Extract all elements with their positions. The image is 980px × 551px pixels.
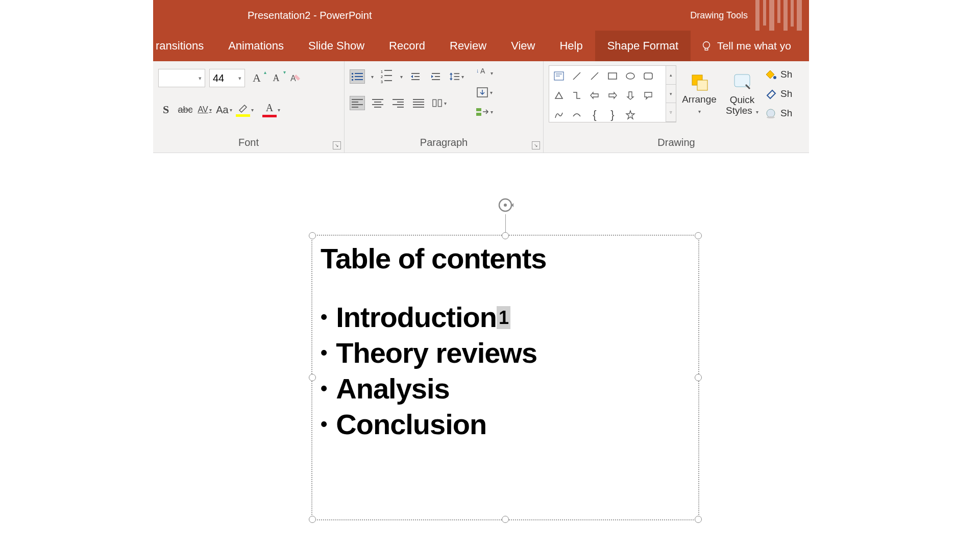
tell-me-search[interactable]: Tell me what yo	[691, 40, 791, 52]
bullets-button[interactable]	[350, 69, 365, 84]
shape-roundrect[interactable]	[640, 67, 657, 85]
arrange-button[interactable]: Arrange▾	[679, 65, 719, 122]
window-title: Presentation2 - PowerPoint	[248, 10, 372, 21]
shape-outline-button[interactable]: Sh	[765, 85, 792, 103]
font-family-dropdown[interactable]: ▾	[158, 69, 205, 87]
slide-canvas[interactable]: Table of contents •Introduction1 •Theory…	[153, 153, 980, 551]
context-tab-label: Drawing Tools	[690, 10, 748, 21]
tab-shape-format[interactable]: Shape Format	[595, 31, 691, 61]
shape-triangle[interactable]	[550, 86, 567, 105]
text-box-selected[interactable]: Table of contents •Introduction1 •Theory…	[311, 235, 699, 520]
align-text-button[interactable]: ▾	[472, 85, 496, 100]
align-left-button[interactable]	[350, 96, 365, 110]
svg-point-42	[504, 204, 507, 207]
svg-line-31	[591, 72, 598, 80]
svg-rect-34	[644, 73, 652, 79]
app-window: Presentation2 - PowerPoint Drawing Tools…	[153, 0, 809, 153]
tab-help[interactable]: Help	[547, 31, 595, 61]
shape-arrow-right[interactable]	[604, 86, 621, 105]
tab-slideshow[interactable]: Slide Show	[296, 31, 377, 61]
shape-callout[interactable]	[640, 86, 657, 105]
shape-effects-button[interactable]: Sh	[765, 104, 792, 122]
font-dialog-launcher[interactable]: ↘	[333, 141, 341, 149]
shape-arrow-left[interactable]	[586, 86, 603, 105]
svg-rect-0	[755, 0, 760, 31]
svg-rect-6	[797, 0, 802, 31]
paragraph-dialog-launcher[interactable]: ↘	[532, 141, 540, 149]
numbering-button[interactable]: 1 2 3	[379, 69, 394, 84]
shape-brace-right[interactable]: }	[604, 106, 621, 124]
shape-freeform[interactable]	[568, 106, 585, 124]
shape-arrow-down[interactable]	[622, 86, 639, 105]
change-case-button[interactable]: Aa▾	[216, 102, 232, 117]
svg-point-39	[767, 109, 775, 117]
ribbon-group-drawing: { } ▴▾▿ Arrange▾ Quick Styles ▾	[544, 61, 809, 153]
ribbon-group-paragraph: ▾ 1 2 3 ▾ ▾	[345, 61, 544, 153]
decrease-font-size-button[interactable]: A▾	[268, 70, 284, 86]
align-center-button[interactable]	[370, 96, 385, 110]
shape-line[interactable]	[568, 67, 585, 85]
character-spacing-button[interactable]: AV▾	[197, 102, 212, 117]
shape-fill-button[interactable]: Sh	[765, 65, 792, 84]
resize-handle-bm[interactable]	[502, 516, 509, 523]
resize-handle-bl[interactable]	[309, 516, 316, 523]
font-group-label: Font	[158, 137, 339, 152]
svg-rect-2	[769, 0, 774, 31]
textbox-content[interactable]: Table of contents •Introduction1 •Theory…	[312, 236, 698, 448]
highlight-color-button[interactable]: ▾	[236, 103, 258, 117]
svg-rect-3	[777, 0, 780, 23]
line-spacing-button[interactable]: ▾	[449, 69, 464, 84]
shape-rect[interactable]	[604, 67, 621, 85]
strikethrough-button[interactable]: abc	[178, 102, 193, 117]
menu-bar: ransitions Animations Slide Show Record …	[153, 31, 809, 61]
svg-rect-26	[476, 113, 481, 116]
tab-review[interactable]: Review	[437, 31, 499, 61]
resize-handle-ml[interactable]	[309, 374, 316, 381]
increase-font-size-button[interactable]: A▴	[249, 70, 264, 86]
shape-brace-left[interactable]: {	[586, 106, 603, 124]
increase-indent-button[interactable]	[428, 69, 444, 84]
columns-button[interactable]: ▾	[431, 95, 447, 111]
shape-textbox[interactable]	[550, 67, 567, 85]
align-right-button[interactable]	[390, 96, 406, 110]
svg-text:↓: ↓	[476, 67, 479, 73]
resize-handle-tm[interactable]	[502, 232, 509, 239]
svg-rect-36	[697, 80, 707, 90]
clear-formatting-button[interactable]: A	[288, 70, 303, 86]
font-size-input[interactable]: 44▾	[209, 69, 245, 87]
tab-animations[interactable]: Animations	[216, 31, 296, 61]
tell-me-label: Tell me what yo	[717, 40, 791, 52]
gallery-scroll[interactable]: ▴▾▿	[666, 66, 676, 122]
convert-smartart-button[interactable]: ▾	[472, 104, 496, 119]
svg-rect-37	[734, 74, 750, 87]
resize-handle-br[interactable]	[695, 516, 702, 523]
shape-oval[interactable]	[622, 67, 639, 85]
lightbulb-icon	[701, 40, 712, 52]
shape-star[interactable]	[622, 106, 639, 124]
svg-line-30	[573, 72, 580, 80]
slide-title: Table of contents	[321, 242, 690, 275]
resize-handle-tl[interactable]	[309, 232, 316, 239]
resize-handle-tr[interactable]	[695, 232, 702, 239]
svg-text:A: A	[480, 67, 485, 75]
shapes-gallery[interactable]: { } ▴▾▿	[549, 65, 676, 122]
svg-rect-20	[433, 99, 436, 106]
tab-record[interactable]: Record	[377, 31, 437, 61]
tab-view[interactable]: View	[499, 31, 547, 61]
align-justify-button[interactable]	[411, 96, 426, 110]
quick-styles-button[interactable]: Quick Styles ▾	[722, 65, 762, 122]
bullet-item-0: •Introduction1	[321, 299, 690, 335]
bullet-item-2: •Analysis	[321, 371, 690, 407]
shape-curve[interactable]	[550, 106, 567, 124]
svg-point-40	[767, 116, 775, 118]
shape-connector[interactable]	[568, 86, 585, 105]
rotate-handle[interactable]	[496, 196, 514, 214]
svg-rect-5	[791, 0, 794, 27]
shape-line2[interactable]	[586, 67, 603, 85]
font-color-button[interactable]: A ▾	[262, 102, 285, 117]
text-shadow-button[interactable]: S	[158, 102, 174, 117]
text-direction-button[interactable]: ↓A▾	[472, 65, 496, 81]
tab-transitions[interactable]: ransitions	[153, 31, 216, 61]
decrease-indent-button[interactable]	[408, 69, 423, 84]
resize-handle-mr[interactable]	[695, 374, 702, 381]
